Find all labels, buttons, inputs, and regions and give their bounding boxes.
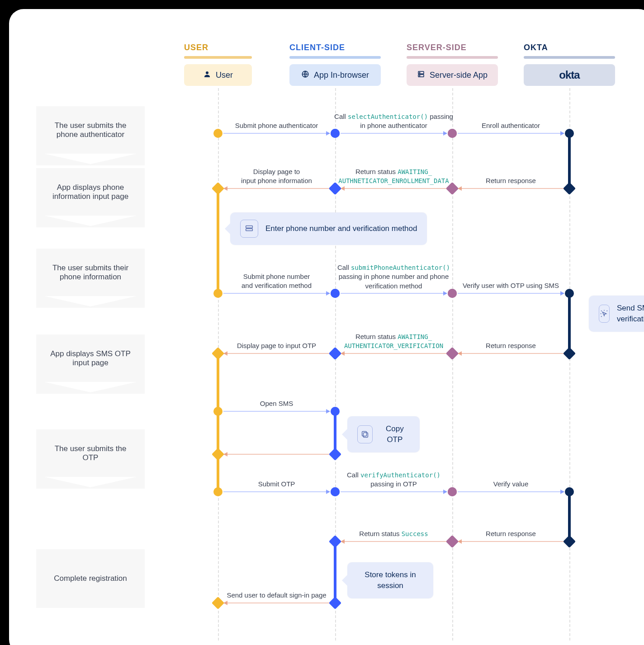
step-4: App displays SMS OTP input page (36, 334, 145, 382)
arrow-label: Submit OTP (258, 480, 295, 489)
node-server (448, 289, 457, 298)
svg-point-4 (419, 72, 420, 73)
arrow-label: Display page toinput phone information (241, 167, 312, 186)
user-icon (203, 70, 211, 80)
node-client (329, 448, 341, 461)
step-6: Complete registration (36, 549, 145, 608)
arrow-label: Call submitPhoneAuthenticator()passing i… (337, 263, 450, 291)
arrow-label: Return status AWAITING_AUTHENTICATOR_VER… (344, 332, 443, 351)
step-2: App displays phone information input pag… (36, 168, 145, 216)
node-user (212, 182, 224, 195)
stack-icon (240, 220, 258, 238)
node-server (446, 535, 459, 548)
arrow-label: Return status Success (359, 529, 428, 538)
node-client (329, 347, 341, 360)
node-server (448, 129, 457, 138)
node-user (213, 407, 223, 416)
svg-rect-7 (246, 229, 253, 231)
lane-user: User (184, 64, 252, 86)
arrow-label: Call selectAuthenticator() passingin pho… (334, 112, 453, 131)
arrow-label: Submit phone numberand verification meth… (242, 272, 312, 291)
click-icon (599, 305, 610, 323)
svg-rect-9 (362, 431, 366, 436)
callout-sendSms: Send SMS verification (589, 296, 644, 332)
arrow-label: Verify user with OTP using SMS (463, 281, 559, 290)
node-okta (563, 182, 576, 195)
node-server (446, 347, 459, 360)
lane-client: App In-browser (289, 64, 381, 86)
lane-okta: okta (524, 64, 615, 86)
node-okta (563, 535, 576, 548)
node-client (329, 535, 341, 548)
arrow-label: Verify value (493, 480, 529, 489)
arrow-label: Return status AWAITING_AUTHNETICATOR_ENR… (338, 167, 449, 186)
svg-rect-6 (246, 226, 253, 228)
node-client (331, 487, 340, 496)
arrow-label: Return response (486, 529, 536, 538)
step-1: The user submits the phone authenticator (36, 106, 145, 154)
arrow-label: Display page to input OTP (237, 341, 316, 350)
node-okta (565, 129, 574, 138)
step-5: The user submits the OTP (36, 429, 145, 477)
callout-copyOtp: Copy OTP (347, 416, 420, 452)
node-user (213, 129, 223, 138)
callout-enterPhone: Enter phone number and verification meth… (230, 212, 427, 245)
copy-icon (357, 425, 373, 443)
arrow-label: Call verifyAuthenticator()passing in OTP (347, 471, 440, 489)
svg-point-0 (206, 71, 208, 74)
lane-server: Server-side App (407, 64, 498, 86)
sequence-diagram: USERUserCLIENT-SIDEApp In-browserSERVER-… (9, 9, 644, 645)
node-server (448, 487, 457, 496)
node-okta (563, 347, 576, 360)
arrow-label: Return response (486, 341, 536, 350)
node-user (212, 448, 224, 461)
okta-logo: okta (559, 69, 579, 81)
arrow-label: Submit phone authenticator (235, 121, 318, 130)
node-user (213, 289, 223, 298)
node-user (213, 487, 223, 496)
node-user (212, 597, 224, 609)
node-client (331, 407, 340, 416)
globe-icon (301, 70, 309, 80)
node-user (212, 347, 224, 360)
arrow-label: Send user to default sign-in page (227, 591, 326, 600)
node-okta (565, 289, 574, 298)
step-3: The user submits their phone information (36, 249, 145, 296)
svg-rect-8 (363, 433, 368, 437)
arrow-label: Open SMS (260, 399, 293, 408)
server-icon (417, 70, 425, 80)
arrow-label: Return response (486, 176, 536, 185)
node-okta (565, 487, 574, 496)
svg-point-5 (419, 75, 420, 76)
callout-storeTokens: Store tokens in session (347, 562, 433, 598)
node-client (329, 597, 341, 609)
arrow-label: Enroll authenticator (482, 121, 540, 130)
